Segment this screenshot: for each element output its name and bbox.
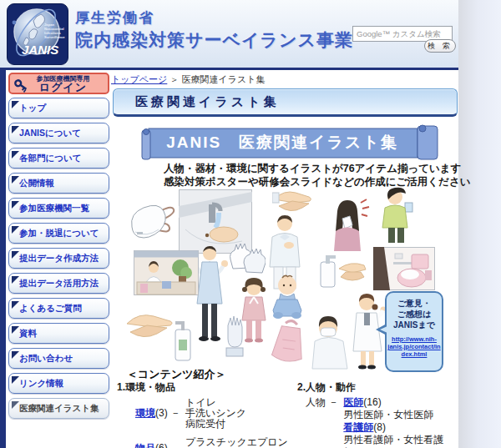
sidebar-item-departments[interactable]: 各部門について: [8, 148, 109, 169]
page-edge-gradient: [458, 0, 501, 448]
corner-triangle-icon: [12, 351, 19, 359]
corner-triangle-icon: [12, 376, 19, 384]
svg-text:Surveillance: Surveillance: [44, 35, 65, 39]
col2-title: 2.人物・動作: [297, 380, 448, 395]
search-button[interactable]: 検 索: [424, 39, 456, 53]
sidebar-item-label: 公開情報: [19, 178, 54, 189]
sidebar-item-top[interactable]: トップ: [8, 98, 109, 118]
people-group: 人物 － 医師(16) 男性医師・女性医師 看護師(8) 男性看護師・女性看護師…: [297, 396, 448, 448]
corner-triangle-icon: [12, 151, 19, 159]
sidebar-item-label: 提出データ作成方法: [19, 253, 99, 264]
banner-title: JANIS 医療関連イラスト集: [139, 128, 426, 158]
corner-triangle-icon: [12, 326, 19, 334]
page-title: 医療関連イラスト集: [113, 88, 458, 117]
sidebar-item-data-use[interactable]: 提出データ活用方法: [8, 273, 109, 294]
sidebar-item-label: よくあるご質問: [19, 303, 82, 315]
baby-illustration: [271, 274, 304, 320]
corner-triangle-icon: [12, 276, 19, 284]
sidebar-item-label: 参加医療機関一覧: [19, 203, 89, 214]
illustration-collage: ご意見・ ご感想は JANISまで http://www.nih- janis.…: [117, 185, 459, 370]
sidebar-item-label: 各部門について: [19, 153, 81, 164]
goods-link[interactable]: 物品: [135, 442, 155, 448]
ministry-title: 厚生労働省: [75, 8, 353, 28]
people-lead: 人物 －: [306, 396, 338, 448]
sidebar-item-join-leave[interactable]: 参加・脱退について: [8, 223, 109, 244]
contact-url-link[interactable]: http://www.nih- janis.jp/contact/in dex.…: [387, 335, 442, 358]
sidebar-item-materials[interactable]: 資料: [8, 323, 109, 344]
corner-triangle-icon: [12, 301, 19, 309]
hospital-reception-illustration: [134, 250, 199, 295]
corner-triangle-icon: [12, 401, 19, 409]
feedback-bubble: ご意見・ ご感想は JANISまで http://www.nih- janis.…: [385, 291, 443, 372]
corner-triangle-icon: [12, 251, 19, 259]
sidebar-item-data-create[interactable]: 提出データ作成方法: [8, 248, 109, 269]
sidebar-item-contact[interactable]: お問い合わせ: [8, 348, 109, 369]
sidebar-item-illustrations[interactable]: 医療関連イラスト集: [8, 398, 109, 419]
sidebar-item-label: お問い合わせ: [19, 353, 73, 365]
corner-triangle-icon: [12, 226, 19, 234]
breadcrumb-separator: ＞: [170, 74, 179, 84]
breadcrumb-current: 医療関連イラスト集: [181, 74, 265, 84]
intro-line-1: 人物・器材・環境に関するイラストが76アイテム揃っています: [164, 162, 470, 175]
nurse-entry: 看護師(8): [343, 421, 448, 434]
login-button[interactable]: 参加医療機関専用 ログイン: [8, 73, 109, 94]
female-patient-illustration: [239, 276, 269, 343]
bubble-line-2: ご感想は: [387, 309, 442, 320]
sidebar-item-label: 医療関連イラスト集: [19, 403, 99, 415]
janis-page: Japan Nosocomial Infections Surveillance…: [0, 0, 501, 448]
nurse-desc: 男性看護師・女性看護師: [343, 434, 448, 448]
nurse-link[interactable]: 看護師: [343, 421, 373, 433]
breadcrumb-home-link[interactable]: トップページ: [111, 74, 167, 84]
corner-triangle-icon: [12, 201, 19, 209]
breadcrumb: トップページ ＞ 医療関連イラスト集: [111, 73, 265, 86]
goods-group: 物品(6) － プラスチックエプロン マスク: [117, 437, 296, 448]
sidebar-item-participants[interactable]: 参加医療機関一覧: [8, 198, 109, 219]
contents-column-people: 2.人物・動作 人物 － 医師(16) 男性医師・女性医師 看護師(8) 男性看…: [297, 380, 448, 448]
sidebar-item-label: 資料: [19, 328, 37, 340]
header-divider: [0, 68, 458, 70]
gloves-pair-illustration: [225, 241, 266, 276]
sidebar-item-about[interactable]: JANISについて: [8, 123, 109, 143]
sneezing-woman-illustration: [327, 198, 371, 251]
rubbing-hands-illustration: [125, 310, 174, 342]
hand-sanitizer-illustration: [317, 250, 367, 289]
janis-globe-icon: Japan Nosocomial Infections Surveillance…: [8, 4, 68, 64]
corner-triangle-icon: [12, 126, 19, 133]
bubble-line-1: ご意見・: [387, 298, 442, 309]
program-title: 院内感染対策サーベイランス事業: [75, 28, 353, 52]
environment-item: 病院受付: [185, 419, 246, 430]
sidebar-item-label: リンク情報: [19, 378, 63, 390]
bubble-line-3: JANISまで: [387, 320, 442, 330]
sidebar-item-label: トップ: [19, 103, 46, 114]
contents-column-environment: 1.環境・物品 環境(3) － トイレ 手洗いシンク 病院受付 物品(6) － …: [117, 380, 296, 448]
pink-apron-illustration: [271, 319, 306, 364]
left-edge-bar: [0, 70, 6, 448]
surgical-mask-illustration: [125, 199, 177, 245]
doctor-entry: 医師(16): [343, 396, 448, 409]
sidebar-item-public-info[interactable]: 公開情報: [8, 173, 109, 194]
environment-link[interactable]: 環境: [135, 407, 155, 419]
sidebar-item-links[interactable]: リンク情報: [8, 373, 109, 394]
janis-logo-text: JANIS: [22, 43, 58, 57]
sidebar-item-faq[interactable]: よくあるご質問: [8, 298, 109, 319]
sidebar-item-label: 参加・脱退について: [19, 228, 99, 239]
sidebar-item-label: JANISについて: [19, 128, 81, 139]
sidebar-item-label: 提出データ活用方法: [19, 278, 99, 289]
masked-nurse-illustration: [311, 315, 349, 370]
key-icon: [13, 78, 28, 93]
illustration-banner: JANIS 医療関連イラスト集: [139, 124, 444, 161]
janis-logo[interactable]: Japan Nosocomial Infections Surveillance…: [7, 3, 68, 65]
environment-group: 環境(3) － トイレ 手洗いシンク 病院受付: [117, 397, 296, 430]
doctor-desc: 男性医師・女性医師: [343, 409, 448, 421]
corner-triangle-icon: [12, 176, 19, 184]
custom-search: 検 索: [352, 25, 458, 53]
site-header: Japan Nosocomial Infections Surveillance…: [0, 0, 458, 68]
gargling-boy-illustration: [377, 186, 421, 244]
col1-title: 1.環境・物品: [117, 380, 296, 395]
site-title: 厚生労働省 院内感染対策サーベイランス事業: [75, 8, 353, 52]
toilet-illustration: [373, 247, 435, 290]
doctor-link[interactable]: 医師: [343, 396, 363, 408]
login-label: ログイン: [37, 83, 90, 92]
corner-triangle-icon: [12, 101, 19, 108]
pump-bottle-illustration: [172, 315, 194, 363]
